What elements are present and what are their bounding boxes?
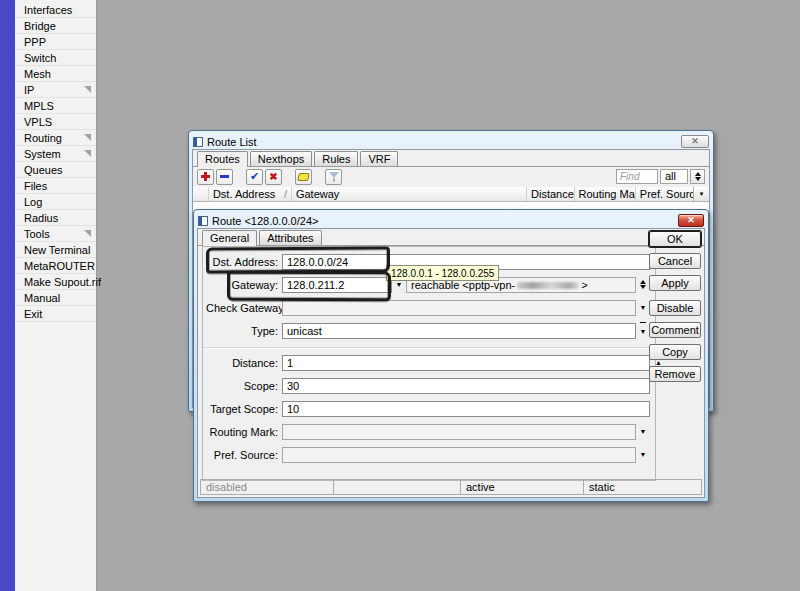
sidebar-item-mesh[interactable]: Mesh — [15, 66, 96, 82]
routing-mark-dropdown-icon[interactable]: ▼ — [636, 424, 650, 440]
type-select[interactable]: unicast — [282, 323, 636, 339]
route-list-tabbar: Routes Nexthops Rules VRF — [193, 150, 709, 167]
filter-funnel-icon — [329, 172, 339, 182]
sidebar-item-label: IP — [24, 84, 34, 96]
add-icon — [201, 172, 210, 181]
sidebar-item-queues[interactable]: Queues — [15, 162, 96, 178]
sidebar-item-ip[interactable]: IP — [15, 82, 96, 98]
route-list-toolbar: ✔ ✖ all — [193, 167, 709, 187]
dst-address-label: Dst. Address: — [206, 256, 278, 268]
sidebar-item-switch[interactable]: Switch — [15, 50, 96, 66]
route-list-column-header: Dst. Address/ Gateway Distance Routing M… — [193, 187, 709, 202]
dialog-status-bar: disabled active static — [200, 479, 702, 495]
status-comment — [333, 479, 460, 495]
remove-button[interactable] — [216, 169, 233, 185]
scope-input[interactable]: 30 — [282, 378, 650, 394]
sidebar-item-label: Interfaces — [24, 4, 72, 16]
find-scope-dropdown-icon[interactable] — [690, 169, 705, 184]
route-list-titlebar[interactable]: Route List ✕ — [192, 134, 710, 149]
column-gateway[interactable]: Gateway — [292, 187, 527, 201]
routing-mark-row: Routing Mark: ▼ — [206, 423, 650, 440]
close-icon[interactable]: ✕ — [678, 214, 704, 227]
disable-button[interactable]: Disable — [649, 300, 701, 316]
scope-row: Scope: 30 — [206, 377, 650, 394]
pref-source-row: Pref. Source: ▼ — [206, 446, 650, 463]
column-routing-mark[interactable]: Routing Mark — [575, 187, 636, 201]
filter-button[interactable] — [325, 169, 342, 185]
find-input[interactable] — [616, 169, 658, 184]
comment-button[interactable]: Comment — [649, 322, 701, 338]
sidebar-item-tools[interactable]: Tools — [15, 226, 96, 242]
check-icon: ✔ — [250, 171, 259, 182]
sidebar-item-manual[interactable]: Manual — [15, 290, 96, 306]
column-pref-source[interactable]: Pref. Source — [636, 187, 693, 201]
column-distance[interactable]: Distance — [527, 187, 575, 201]
find-scope-select[interactable]: all — [660, 169, 688, 184]
status-static: static — [583, 479, 702, 495]
sidebar-item-label: Manual — [24, 292, 60, 304]
column-options-dropdown-icon[interactable]: ▼ — [693, 187, 709, 201]
sidebar-item-new-terminal[interactable]: New Terminal — [15, 242, 96, 258]
check-gateway-row: Check Gateway: ▼ — [206, 299, 650, 316]
apply-button[interactable]: Apply — [649, 275, 701, 291]
sidebar-item-metarouter[interactable]: MetaROUTER — [15, 258, 96, 274]
sidebar-item-label: New Terminal — [24, 244, 90, 256]
sidebar-item-label: Mesh — [24, 68, 51, 80]
cancel-button[interactable]: Cancel — [649, 253, 701, 269]
pref-source-dropdown-icon[interactable]: ▼ — [636, 447, 650, 463]
sidebar-item-label: Tools — [24, 228, 50, 240]
redacted-text — [517, 282, 579, 289]
column-flags[interactable] — [193, 187, 209, 201]
routing-mark-select[interactable] — [282, 424, 636, 440]
gateway-input[interactable]: 128.0.211.2 — [282, 277, 392, 293]
sort-indicator: / — [280, 187, 287, 201]
tab-rules[interactable]: Rules — [314, 151, 358, 166]
sidebar-item-routing[interactable]: Routing — [15, 130, 96, 146]
tab-general[interactable]: General — [202, 230, 257, 246]
sidebar-item-label: Queues — [24, 164, 63, 176]
tab-vrf[interactable]: VRF — [360, 151, 398, 166]
sidebar-item-label: VPLS — [24, 116, 52, 128]
sidebar-item-interfaces[interactable]: Interfaces — [15, 2, 96, 18]
comment-note-icon — [297, 173, 310, 181]
check-gateway-select[interactable] — [282, 300, 636, 316]
sidebar-item-radius[interactable]: Radius — [15, 210, 96, 226]
route-dialog-titlebar[interactable]: Route <128.0.0.0/24> ✕ — [197, 213, 705, 228]
type-dropdown-icon[interactable]: ▼ — [636, 322, 650, 340]
target-scope-input[interactable]: 10 — [282, 401, 650, 417]
add-button[interactable] — [197, 169, 214, 185]
remove-button[interactable]: Remove — [649, 366, 701, 382]
gateway-add-remove-spinner[interactable] — [636, 280, 650, 289]
column-dst-address[interactable]: Dst. Address/ — [209, 187, 292, 201]
ok-button[interactable]: OK — [649, 231, 701, 247]
routing-mark-label: Routing Mark: — [206, 426, 278, 438]
sidebar-item-files[interactable]: Files — [15, 178, 96, 194]
sidebar-item-vpls[interactable]: VPLS — [15, 114, 96, 130]
copy-button[interactable]: Copy — [649, 344, 701, 360]
sidebar-item-ppp[interactable]: PPP — [15, 34, 96, 50]
sidebar-item-system[interactable]: System — [15, 146, 96, 162]
type-label: Type: — [206, 325, 278, 337]
sidebar-item-bridge[interactable]: Bridge — [15, 18, 96, 34]
comment-button[interactable] — [295, 169, 312, 185]
desktop: Interfaces Bridge PPP Switch Mesh IP MPL… — [0, 0, 800, 591]
tab-routes[interactable]: Routes — [197, 151, 248, 167]
status-active: active — [460, 479, 583, 495]
route-dialog-tabbar: General Attributes — [198, 229, 704, 246]
tab-attributes[interactable]: Attributes — [259, 230, 321, 245]
sidebar-item-exit[interactable]: Exit — [15, 306, 96, 322]
distance-input[interactable]: 1 — [282, 355, 650, 371]
submenu-arrow-icon — [84, 230, 91, 237]
sidebar-item-label: Bridge — [24, 20, 56, 32]
sidebar-item-mpls[interactable]: MPLS — [15, 98, 96, 114]
sidebar-item-log[interactable]: Log — [15, 194, 96, 210]
sidebar-item-make-supout[interactable]: Make Supout.rif — [15, 274, 96, 290]
tab-nexthops[interactable]: Nexthops — [250, 151, 312, 166]
check-gateway-dropdown-icon[interactable]: ▼ — [636, 300, 650, 316]
pref-source-select[interactable] — [282, 447, 636, 463]
disable-button[interactable]: ✖ — [265, 169, 282, 185]
general-tab-panel: Dst. Address: 128.0.0.0/24 Gateway: 128.… — [202, 246, 656, 481]
close-icon[interactable]: ✕ — [681, 135, 709, 148]
sidebar-item-label: Routing — [24, 132, 62, 144]
enable-button[interactable]: ✔ — [246, 169, 263, 185]
